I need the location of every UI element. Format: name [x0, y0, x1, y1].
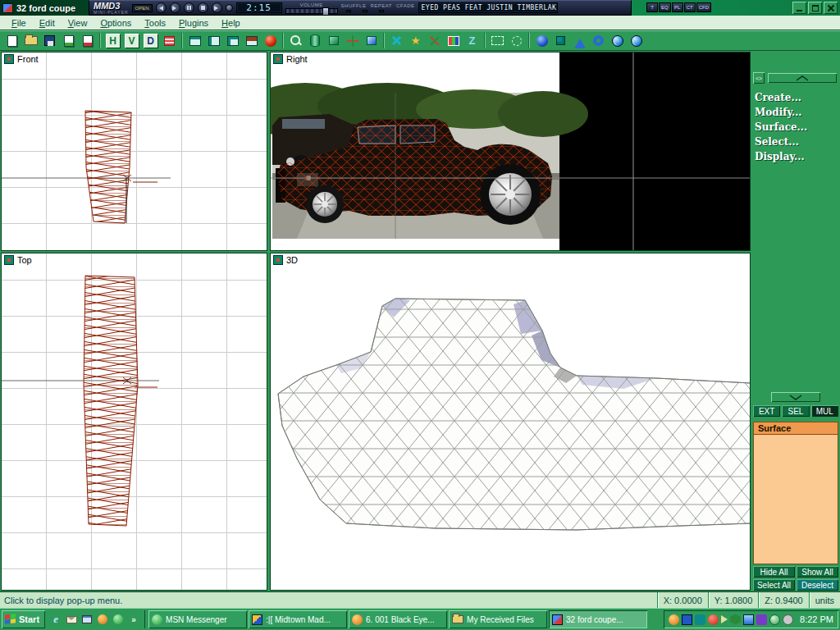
toggle-v-button[interactable]: V — [122, 32, 141, 49]
render-sphere-button[interactable] — [261, 32, 280, 49]
open-file-button[interactable] — [21, 32, 40, 49]
repeat-label[interactable]: REPEAT — [370, 3, 392, 8]
select-rect-button[interactable] — [488, 32, 507, 49]
task-msn-messenger[interactable]: MSN Messenger — [148, 610, 247, 628]
mode-ext-button[interactable]: EXT — [753, 405, 780, 417]
viewport-layout-1-button[interactable] — [185, 32, 204, 49]
task-black-eyed-song[interactable]: 6. 001 Black Eye... — [349, 610, 447, 628]
viewport-layout-2-button[interactable] — [204, 32, 223, 49]
save-button[interactable] — [40, 32, 59, 49]
new-file-button[interactable] — [2, 32, 21, 49]
volume-slider[interactable] — [285, 8, 338, 14]
messenger-icon[interactable] — [112, 613, 125, 626]
toggle-equalizer[interactable]: EQ — [659, 2, 671, 12]
panel-handle-button[interactable]: <> — [753, 72, 765, 84]
close-button[interactable] — [824, 2, 838, 14]
tray-scheduler-icon[interactable] — [756, 614, 767, 625]
start-button[interactable]: Start — [2, 610, 45, 628]
task-my-received-files[interactable]: My Received Files — [449, 610, 547, 628]
menu-file[interactable]: File — [5, 17, 33, 29]
panel-item-select[interactable]: Select... — [755, 135, 837, 149]
menu-tools[interactable]: Tools — [138, 17, 172, 29]
tray-clock-sync-icon[interactable] — [783, 614, 793, 625]
menu-options[interactable]: Options — [94, 17, 138, 29]
tray-display-icon[interactable] — [682, 614, 692, 625]
mini-player[interactable]: MMD3 MINI-PLAYER OPEN 2:15 VOLUME SHUFFL… — [89, 0, 632, 16]
menu-edit[interactable]: Edit — [33, 17, 62, 29]
viewport-layout-3-button[interactable] — [223, 32, 242, 49]
tray-alert-icon[interactable] — [708, 614, 719, 625]
toggle-playlist[interactable]: PL — [672, 2, 683, 12]
cylinder-tool-button[interactable] — [305, 32, 324, 49]
volume-slider-thumb[interactable] — [322, 7, 329, 16]
toggle-h-button[interactable]: H — [103, 32, 122, 49]
viewport-icon[interactable] — [273, 255, 283, 265]
hide-all-button[interactable]: Hide All — [753, 566, 795, 578]
show-all-button[interactable]: Show All — [797, 566, 838, 578]
task-32-ford-coupe[interactable]: 32 ford coupe... — [549, 610, 647, 628]
minimize-button[interactable] — [792, 2, 806, 14]
grid-snap-button[interactable] — [160, 32, 179, 49]
tray-messenger-icon[interactable] — [769, 614, 780, 625]
select-all-button[interactable]: Select All — [753, 579, 795, 591]
box-tool-button[interactable] — [324, 32, 343, 49]
export-button[interactable] — [78, 32, 97, 49]
panel-item-modify[interactable]: Modify... — [755, 105, 837, 120]
right-photo-canvas[interactable] — [271, 52, 751, 250]
primitive-cube-button[interactable] — [551, 32, 570, 49]
viewport-right[interactable]: Right — [270, 52, 751, 251]
menu-plugins[interactable]: Plugins — [172, 17, 215, 29]
zoom-extents-button[interactable]: Z — [463, 32, 482, 49]
primitive-cone-button[interactable] — [570, 32, 589, 49]
surface-panel-header[interactable]: Surface — [753, 422, 838, 435]
panel-item-display[interactable]: Display... — [755, 149, 837, 164]
menu-view[interactable]: View — [62, 17, 94, 29]
viewport-layout-4-button[interactable] — [242, 32, 261, 49]
chart-tool-button[interactable] — [444, 32, 463, 49]
player-prev-button[interactable] — [156, 2, 167, 13]
toggle-time[interactable]: T — [646, 2, 658, 12]
move-tool-button[interactable] — [362, 32, 381, 49]
top-wireframe-canvas[interactable] — [2, 253, 267, 590]
panel-collapse-up-button[interactable] — [768, 73, 837, 83]
globe-1-button[interactable] — [608, 32, 627, 49]
star-tool-button[interactable]: ★ — [406, 32, 425, 49]
panel-item-create[interactable]: Create... — [755, 90, 837, 105]
player-next-button[interactable] — [212, 2, 222, 13]
viewport-top[interactable]: Top — [1, 253, 267, 591]
media-player-icon[interactable] — [96, 613, 109, 626]
player-open-button[interactable]: OPEN — [132, 4, 153, 12]
player-pause-button[interactable] — [184, 2, 194, 13]
viewport-icon[interactable] — [4, 255, 14, 265]
cfade-label[interactable]: CFADE — [396, 3, 415, 8]
toggle-cfd[interactable]: CFD — [696, 2, 711, 12]
threed-mesh-canvas[interactable] — [271, 253, 751, 590]
menu-help[interactable]: Help — [215, 17, 247, 29]
quick-launch-overflow[interactable]: » — [127, 613, 140, 626]
viewport-icon[interactable] — [4, 54, 14, 64]
surface-panel-body[interactable] — [753, 435, 838, 564]
primitive-sphere-button[interactable] — [532, 32, 551, 49]
player-play-button[interactable] — [170, 2, 180, 13]
task-midtown-madness[interactable]: :|[ Midtown Mad... — [249, 610, 347, 628]
show-desktop-icon[interactable] — [80, 613, 94, 626]
tray-updates-icon[interactable] — [743, 614, 754, 625]
toggle-ct[interactable]: CT — [684, 2, 696, 12]
player-stop-button[interactable] — [198, 2, 208, 13]
globe-2-button[interactable] — [627, 32, 646, 49]
taskbar-clock[interactable]: 8:22 PM — [800, 614, 833, 624]
deselect-button[interactable]: Deselect — [797, 579, 838, 591]
maximize-button[interactable] — [808, 2, 822, 14]
panel-collapse-down-button[interactable] — [771, 392, 820, 402]
mirror-tool-button[interactable] — [425, 32, 444, 49]
toggle-d-button[interactable]: D — [141, 32, 160, 49]
window-titlebar[interactable]: 32 ford coupe MMD3 MINI-PLAYER OPEN 2:15… — [0, 0, 840, 16]
primitive-torus-button[interactable] — [589, 32, 608, 49]
viewport-icon[interactable] — [273, 54, 283, 64]
select-circle-button[interactable] — [507, 32, 526, 49]
front-wireframe-canvas[interactable] — [2, 52, 267, 250]
panel-item-surface[interactable]: Surface... — [755, 120, 837, 135]
tray-volume-icon[interactable] — [721, 615, 728, 623]
zoom-button[interactable] — [286, 32, 305, 49]
import-button[interactable] — [59, 32, 78, 49]
